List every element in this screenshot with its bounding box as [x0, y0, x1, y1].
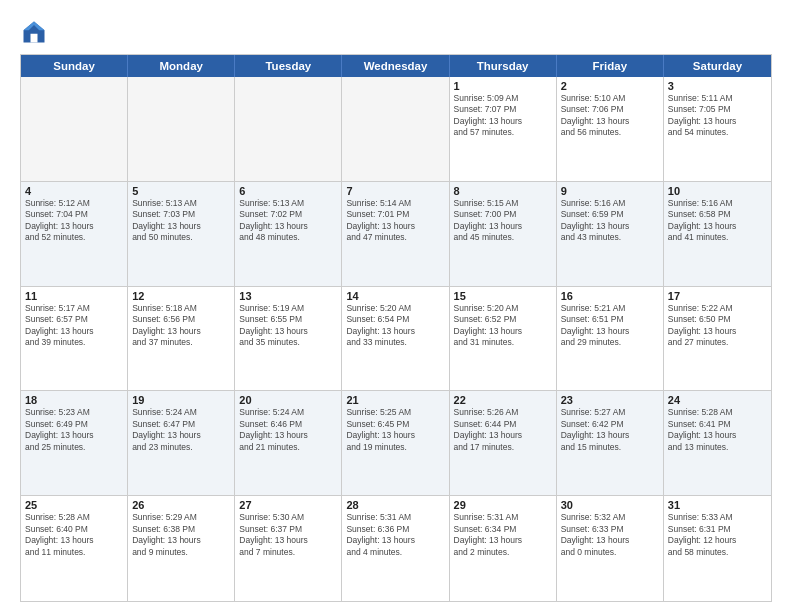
calendar-cell-14: 14Sunrise: 5:20 AMSunset: 6:54 PMDayligh… [342, 287, 449, 391]
cell-line: Sunrise: 5:31 AM [454, 512, 552, 523]
cell-line: Sunset: 7:05 PM [668, 104, 767, 115]
cell-line: Daylight: 13 hours [25, 221, 123, 232]
cell-line: and 52 minutes. [25, 232, 123, 243]
calendar-cell-2: 2Sunrise: 5:10 AMSunset: 7:06 PMDaylight… [557, 77, 664, 181]
header-day-tuesday: Tuesday [235, 55, 342, 77]
cell-line: and 50 minutes. [132, 232, 230, 243]
cell-line: Sunset: 6:40 PM [25, 524, 123, 535]
cell-line: and 31 minutes. [454, 337, 552, 348]
calendar-week-2: 4Sunrise: 5:12 AMSunset: 7:04 PMDaylight… [21, 182, 771, 287]
cell-line: and 58 minutes. [668, 547, 767, 558]
calendar-cell-3: 3Sunrise: 5:11 AMSunset: 7:05 PMDaylight… [664, 77, 771, 181]
cell-line: and 43 minutes. [561, 232, 659, 243]
day-number: 9 [561, 185, 659, 197]
cell-line: Sunrise: 5:31 AM [346, 512, 444, 523]
cell-line: Sunrise: 5:24 AM [132, 407, 230, 418]
cell-line: Sunset: 7:00 PM [454, 209, 552, 220]
cell-line: Daylight: 13 hours [561, 221, 659, 232]
cell-line: and 2 minutes. [454, 547, 552, 558]
cell-line: Daylight: 13 hours [668, 116, 767, 127]
calendar-cell-1: 1Sunrise: 5:09 AMSunset: 7:07 PMDaylight… [450, 77, 557, 181]
calendar-cell-30: 30Sunrise: 5:32 AMSunset: 6:33 PMDayligh… [557, 496, 664, 601]
cell-line: Sunrise: 5:32 AM [561, 512, 659, 523]
calendar-cell-19: 19Sunrise: 5:24 AMSunset: 6:47 PMDayligh… [128, 391, 235, 495]
cell-line: and 27 minutes. [668, 337, 767, 348]
day-number: 7 [346, 185, 444, 197]
cell-line: Daylight: 13 hours [346, 326, 444, 337]
calendar-cell-4: 4Sunrise: 5:12 AMSunset: 7:04 PMDaylight… [21, 182, 128, 286]
cell-line: and 29 minutes. [561, 337, 659, 348]
day-number: 26 [132, 499, 230, 511]
cell-line: Daylight: 13 hours [132, 430, 230, 441]
cell-line: Sunrise: 5:23 AM [25, 407, 123, 418]
cell-line: Sunset: 7:06 PM [561, 104, 659, 115]
cell-line: and 35 minutes. [239, 337, 337, 348]
day-number: 29 [454, 499, 552, 511]
cell-line: Sunset: 7:07 PM [454, 104, 552, 115]
day-number: 10 [668, 185, 767, 197]
cell-line: Sunrise: 5:16 AM [561, 198, 659, 209]
cell-line: Sunrise: 5:14 AM [346, 198, 444, 209]
day-number: 28 [346, 499, 444, 511]
cell-line: Sunset: 6:52 PM [454, 314, 552, 325]
cell-line: Daylight: 13 hours [346, 221, 444, 232]
day-number: 13 [239, 290, 337, 302]
cell-line: Sunset: 6:50 PM [668, 314, 767, 325]
calendar-cell-24: 24Sunrise: 5:28 AMSunset: 6:41 PMDayligh… [664, 391, 771, 495]
day-number: 16 [561, 290, 659, 302]
cell-line: and 4 minutes. [346, 547, 444, 558]
cell-line: and 21 minutes. [239, 442, 337, 453]
calendar-cell-23: 23Sunrise: 5:27 AMSunset: 6:42 PMDayligh… [557, 391, 664, 495]
cell-line: and 37 minutes. [132, 337, 230, 348]
cell-line: Daylight: 13 hours [668, 326, 767, 337]
cell-line: Daylight: 13 hours [454, 326, 552, 337]
cell-line: and 19 minutes. [346, 442, 444, 453]
cell-line: Daylight: 13 hours [668, 221, 767, 232]
day-number: 1 [454, 80, 552, 92]
cell-line: Sunrise: 5:28 AM [668, 407, 767, 418]
calendar-cell-9: 9Sunrise: 5:16 AMSunset: 6:59 PMDaylight… [557, 182, 664, 286]
cell-line: Daylight: 13 hours [561, 116, 659, 127]
cell-line: Daylight: 12 hours [668, 535, 767, 546]
cell-line: and 25 minutes. [25, 442, 123, 453]
svg-rect-2 [31, 34, 38, 43]
cell-line: Daylight: 13 hours [132, 535, 230, 546]
cell-line: Daylight: 13 hours [132, 326, 230, 337]
cell-line: Sunset: 6:54 PM [346, 314, 444, 325]
cell-line: and 0 minutes. [561, 547, 659, 558]
cell-line: Sunrise: 5:20 AM [346, 303, 444, 314]
logo [20, 18, 52, 46]
cell-line: Sunrise: 5:09 AM [454, 93, 552, 104]
calendar-cell-7: 7Sunrise: 5:14 AMSunset: 7:01 PMDaylight… [342, 182, 449, 286]
calendar-cell-15: 15Sunrise: 5:20 AMSunset: 6:52 PMDayligh… [450, 287, 557, 391]
calendar-week-4: 18Sunrise: 5:23 AMSunset: 6:49 PMDayligh… [21, 391, 771, 496]
cell-line: Sunset: 6:47 PM [132, 419, 230, 430]
cell-line: Sunset: 6:51 PM [561, 314, 659, 325]
cell-line: Daylight: 13 hours [25, 326, 123, 337]
day-number: 19 [132, 394, 230, 406]
cell-line: and 23 minutes. [132, 442, 230, 453]
calendar-cell-12: 12Sunrise: 5:18 AMSunset: 6:56 PMDayligh… [128, 287, 235, 391]
cell-line: Daylight: 13 hours [454, 535, 552, 546]
cell-line: Sunset: 6:55 PM [239, 314, 337, 325]
header-day-monday: Monday [128, 55, 235, 77]
day-number: 17 [668, 290, 767, 302]
cell-line: Sunrise: 5:33 AM [668, 512, 767, 523]
day-number: 22 [454, 394, 552, 406]
calendar-cell-20: 20Sunrise: 5:24 AMSunset: 6:46 PMDayligh… [235, 391, 342, 495]
cell-line: Daylight: 13 hours [454, 116, 552, 127]
cell-line: Sunrise: 5:16 AM [668, 198, 767, 209]
cell-line: and 54 minutes. [668, 127, 767, 138]
cell-line: Sunset: 6:44 PM [454, 419, 552, 430]
cell-line: Sunrise: 5:22 AM [668, 303, 767, 314]
day-number: 20 [239, 394, 337, 406]
calendar-cell-31: 31Sunrise: 5:33 AMSunset: 6:31 PMDayligh… [664, 496, 771, 601]
day-number: 31 [668, 499, 767, 511]
header-day-wednesday: Wednesday [342, 55, 449, 77]
cell-line: and 57 minutes. [454, 127, 552, 138]
calendar-cell-22: 22Sunrise: 5:26 AMSunset: 6:44 PMDayligh… [450, 391, 557, 495]
day-number: 2 [561, 80, 659, 92]
calendar-cell-26: 26Sunrise: 5:29 AMSunset: 6:38 PMDayligh… [128, 496, 235, 601]
cell-line: Sunrise: 5:25 AM [346, 407, 444, 418]
calendar-cell-5: 5Sunrise: 5:13 AMSunset: 7:03 PMDaylight… [128, 182, 235, 286]
